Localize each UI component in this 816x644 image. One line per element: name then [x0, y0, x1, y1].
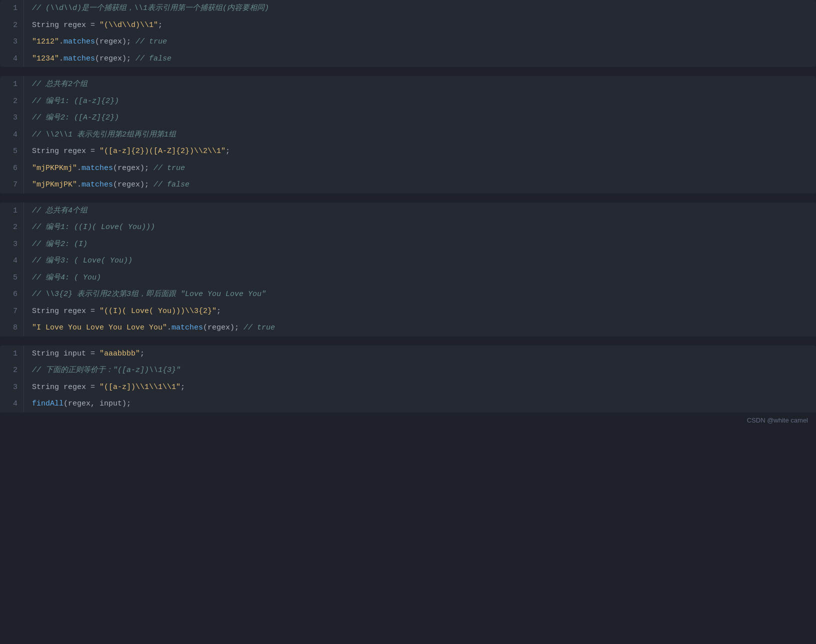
code-comment: // 总共有4个组 [32, 206, 88, 215]
code-method: matches [172, 324, 203, 332]
line-number: 2 [0, 17, 24, 34]
line-number: 1 [0, 202, 24, 220]
line-number: 1 [0, 76, 24, 93]
code-plain: String regex = [32, 147, 100, 156]
line-content: "mjPKmjPK".matches(regex); // false [24, 176, 816, 194]
code-line: 8"I Love You Love You Love You".matches(… [0, 320, 816, 336]
code-string: "mjPKPKmj" [32, 164, 77, 172]
line-number: 1 [0, 346, 24, 362]
line-number: 1 [0, 0, 24, 17]
code-line: 4"1234".matches(regex); // false [0, 50, 816, 68]
code-line: 1// (\\d\\d)是一个捕获组，\\1表示引用第一个捕获组(内容要相同) [0, 0, 816, 17]
code-line: 1// 总共有4个组 [0, 202, 816, 220]
code-plain: . [59, 54, 64, 63]
code-comment: // false [154, 180, 190, 189]
code-method: matches [82, 180, 113, 189]
code-line: 2// 编号1: ([a-z]{2}) [0, 93, 816, 110]
code-line: 2// 下面的正则等价于："([a-z])\\1{3}" [0, 362, 816, 379]
line-number: 4 [0, 252, 24, 270]
code-line: 2String regex = "(\\d\\d)\\1"; [0, 17, 816, 34]
code-plain: ; [226, 147, 230, 156]
code-line: 1// 总共有2个组 [0, 76, 816, 93]
code-method: matches [64, 38, 95, 46]
code-comment: // true [136, 38, 167, 46]
line-number: 3 [0, 379, 24, 396]
code-line: 6"mjPKPKmj".matches(regex); // true [0, 160, 816, 177]
code-plain: . [77, 180, 82, 189]
line-number: 3 [0, 110, 24, 126]
code-comment: // 下面的正则等价于："([a-z])\\1{3}" [32, 366, 180, 374]
line-content: // 编号1: ((I)( Love( You))) [24, 219, 816, 236]
code-comment: // \\2\\1 表示先引用第2组再引用第1组 [32, 130, 176, 139]
code-plain: (regex); [203, 324, 244, 332]
line-number: 5 [0, 143, 24, 160]
line-content: // 编号1: ([a-z]{2}) [24, 93, 816, 110]
code-plain: ; [216, 307, 221, 316]
code-string: "([a-z])\\1\\1\\1" [100, 383, 180, 392]
code-comment: // 编号2: ([A-Z]{2}) [32, 114, 119, 122]
code-comment: // 编号2: (I) [32, 240, 88, 248]
code-block-3: 1// 总共有4个组2// 编号1: ((I)( Love( You)))3//… [0, 202, 816, 336]
line-content: // 编号2: ([A-Z]{2}) [24, 110, 816, 126]
line-number: 3 [0, 34, 24, 50]
line-content: String regex = "([a-z])\\1\\1\\1"; [24, 379, 816, 396]
code-comment: // (\\d\\d)是一个捕获组，\\1表示引用第一个捕获组(内容要相同) [32, 4, 269, 12]
code-block-1: 1// (\\d\\d)是一个捕获组，\\1表示引用第一个捕获组(内容要相同)2… [0, 0, 816, 67]
line-content: // \\3{2} 表示引用2次第3组，即后面跟 "Love You Love … [24, 286, 816, 303]
line-number: 3 [0, 236, 24, 253]
code-comment: // 总共有2个组 [32, 80, 88, 88]
line-number: 4 [0, 396, 24, 412]
line-content: // \\2\\1 表示先引用第2组再引用第1组 [24, 126, 816, 144]
line-content: "1212".matches(regex); // true [24, 34, 816, 50]
code-comment: // \\3{2} 表示引用2次第3组，即后面跟 "Love You Love … [32, 290, 266, 298]
line-number: 6 [0, 160, 24, 177]
line-number: 2 [0, 93, 24, 110]
code-line: 6// \\3{2} 表示引用2次第3组，即后面跟 "Love You Love… [0, 286, 816, 303]
code-string: "1234" [32, 54, 59, 63]
line-content: // 编号2: (I) [24, 236, 816, 253]
code-string: "mjPKmjPK" [32, 180, 77, 189]
code-line: 4findAll(regex, input); [0, 396, 816, 412]
line-content: String regex = "((I)( Love( You)))\\3{2}… [24, 303, 816, 320]
code-line: 5String regex = "([a-z]{2})([A-Z]{2})\\2… [0, 143, 816, 160]
code-plain: (regex, input); [64, 400, 131, 408]
code-plain: (regex); [113, 164, 154, 172]
code-plain: . [167, 324, 172, 332]
code-line: 7"mjPKmjPK".matches(regex); // false [0, 176, 816, 194]
line-content: String regex = "([a-z]{2})([A-Z]{2})\\2\… [24, 143, 816, 160]
line-content: String regex = "(\\d\\d)\\1"; [24, 17, 816, 34]
code-block-4: 1String input = "aaabbbb";2// 下面的正则等价于："… [0, 346, 816, 412]
line-content: "mjPKPKmj".matches(regex); // true [24, 160, 816, 177]
line-content: // 总共有2个组 [24, 76, 816, 93]
code-comment: // 编号3: ( Love( You)) [32, 256, 132, 265]
line-content: "1234".matches(regex); // false [24, 50, 816, 68]
line-number: 5 [0, 270, 24, 286]
code-method: matches [64, 54, 95, 63]
line-number: 4 [0, 50, 24, 68]
code-plain: . [59, 38, 64, 46]
line-number: 7 [0, 176, 24, 194]
line-number: 4 [0, 126, 24, 144]
code-plain: (regex); [113, 180, 154, 189]
code-line: 1String input = "aaabbbb"; [0, 346, 816, 362]
code-comment: // 编号4: ( You) [32, 274, 101, 282]
code-plain: String regex = [32, 383, 100, 392]
code-comment: // false [136, 54, 172, 63]
code-method: matches [82, 164, 113, 172]
line-content: String input = "aaabbbb"; [24, 346, 816, 362]
code-plain: String regex = [32, 307, 100, 316]
line-content: // 编号4: ( You) [24, 270, 816, 286]
line-number: 2 [0, 362, 24, 379]
line-content: findAll(regex, input); [24, 396, 816, 412]
code-string: "((I)( Love( You)))\\3{2}" [100, 307, 216, 316]
code-comment: // true [244, 324, 275, 332]
code-line: 4// 编号3: ( Love( You)) [0, 252, 816, 270]
code-string: "I Love You Love You Love You" [32, 324, 167, 332]
code-line: 7String regex = "((I)( Love( You)))\\3{2… [0, 303, 816, 320]
code-line: 4// \\2\\1 表示先引用第2组再引用第1组 [0, 126, 816, 144]
line-content: "I Love You Love You Love You".matches(r… [24, 320, 816, 336]
line-content: // (\\d\\d)是一个捕获组，\\1表示引用第一个捕获组(内容要相同) [24, 0, 816, 17]
code-line: 3String regex = "([a-z])\\1\\1\\1"; [0, 379, 816, 396]
code-method: findAll [32, 400, 64, 408]
code-plain: ; [158, 21, 162, 30]
